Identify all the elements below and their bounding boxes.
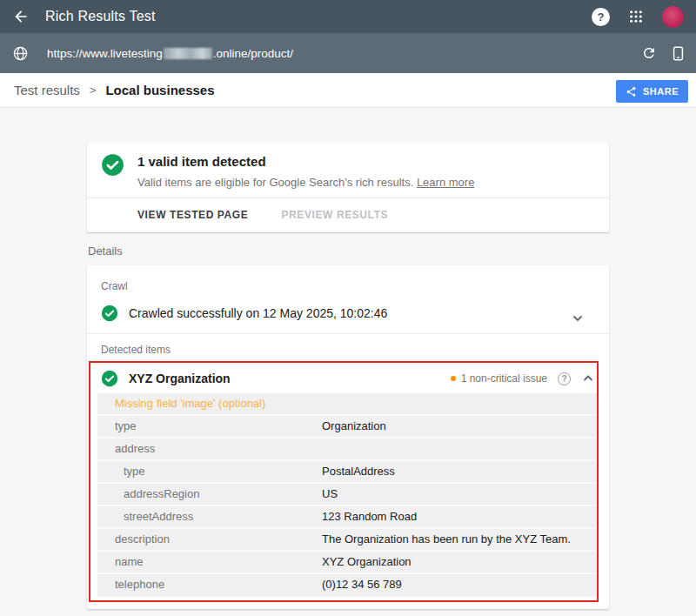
row-value: PostalAddress	[322, 461, 395, 482]
details-divider	[87, 333, 609, 334]
share-button[interactable]: SHARE	[616, 80, 688, 103]
crawl-status-row[interactable]: Crawled successfully on 12 May 2025, 10:…	[87, 298, 609, 328]
row-value: US	[322, 484, 338, 505]
table-row-streetAddress: streetAddress123 Random Road	[97, 506, 599, 529]
item-success-check-icon	[101, 370, 118, 391]
warning-row[interactable]: Missing field 'image' (optional)	[97, 393, 599, 416]
summary-title: 1 valid item detected	[137, 154, 266, 169]
summary-actions: VIEW TESTED PAGE PREVIEW RESULTS	[137, 198, 388, 232]
row-label: streetAddress	[124, 506, 193, 527]
row-label: name	[115, 552, 144, 572]
globe-icon	[12, 45, 29, 62]
help-icon: ?	[592, 8, 610, 26]
row-value: 123 Random Road	[322, 506, 417, 527]
url-prefix: https://www.livetesting	[47, 47, 163, 60]
tested-url: https://www.livetesting .online/product/	[47, 47, 293, 60]
avatar	[662, 6, 684, 28]
mobile-view-button[interactable]	[673, 45, 684, 62]
issue-badge: 1 non-critical issue	[461, 372, 547, 385]
help-button[interactable]: ?	[592, 8, 610, 26]
crawl-success-check-icon	[101, 305, 118, 325]
warning-message: Missing field 'image' (optional)	[115, 393, 265, 414]
chevron-up-icon[interactable]	[583, 375, 593, 382]
detected-item-name: XYZ Organization	[129, 372, 231, 385]
retest-button[interactable]	[641, 45, 657, 61]
table-row-description: descriptionThe Organization has been run…	[97, 529, 599, 552]
account-avatar[interactable]	[662, 6, 684, 28]
table-row-address: address	[97, 439, 599, 461]
crawl-section-label: Crawl	[101, 280, 128, 292]
share-icon	[626, 86, 637, 97]
chevron-down-icon[interactable]	[572, 310, 583, 325]
summary-card: 1 valid item detected Valid items are el…	[87, 142, 609, 232]
rich-results-test-app: Rich Results Test ?	[0, 0, 696, 616]
breadcrumb-test-results[interactable]: Test results	[14, 83, 80, 97]
row-label: type	[124, 461, 145, 482]
summary-subtitle-text: Valid items are eligible for Google Sear…	[137, 176, 417, 189]
table-row-name: nameXYZ Organization	[97, 552, 599, 574]
apps-grid-icon	[629, 10, 643, 23]
table-row-type: typePostalAddress	[97, 461, 599, 484]
row-label: addressRegion	[124, 484, 199, 505]
row-value: Organization	[322, 416, 386, 437]
breadcrumb-bar: Test results > Local businesses SHARE	[0, 73, 696, 108]
google-apps-button[interactable]	[629, 10, 643, 23]
app-title: Rich Results Test	[45, 9, 156, 24]
details-card: Crawl Crawled successfully on 12 May 202…	[87, 265, 609, 609]
help-outline-icon[interactable]: ?	[558, 372, 571, 385]
url-bar: https://www.livetesting .online/product/	[0, 33, 696, 73]
breadcrumb-separator: >	[90, 84, 97, 97]
smartphone-icon	[673, 45, 684, 62]
table-row-telephone: telephone(0)12 34 56 789	[97, 574, 599, 597]
detected-item-table: Missing field 'image' (optional) typeOrg…	[97, 393, 599, 597]
url-suffix: .online/product/	[213, 47, 293, 60]
back-button[interactable]	[12, 8, 30, 25]
row-label: description	[115, 529, 170, 550]
refresh-icon	[641, 45, 657, 61]
row-value: (0)12 34 56 789	[322, 574, 402, 595]
table-row-addressRegion: addressRegionUS	[97, 484, 599, 506]
preview-results-button[interactable]: PREVIEW RESULTS	[281, 209, 388, 221]
detected-item-table-rows: typeOrganizationaddresstypePostalAddress…	[97, 416, 599, 597]
app-bar: Rich Results Test ?	[0, 0, 696, 33]
share-button-label: SHARE	[643, 86, 679, 97]
learn-more-link[interactable]: Learn more	[417, 176, 474, 189]
success-check-icon	[101, 153, 124, 180]
detected-item-header[interactable]: XYZ Organization 1 non-critical issue ?	[87, 363, 609, 394]
detected-items-label: Detected items	[101, 344, 171, 356]
row-label: type	[115, 416, 137, 437]
table-row-type: typeOrganization	[97, 416, 599, 439]
row-label: address	[115, 439, 155, 459]
item-status-cluster: 1 non-critical issue ?	[451, 363, 593, 394]
view-tested-page-button[interactable]: VIEW TESTED PAGE	[137, 209, 248, 221]
summary-subtitle: Valid items are eligible for Google Sear…	[137, 176, 474, 189]
redacted-url-segment	[164, 48, 212, 59]
row-value: XYZ Organization	[322, 552, 412, 572]
breadcrumb: Test results > Local businesses	[14, 83, 215, 97]
warning-dot-icon	[451, 376, 456, 381]
row-label: telephone	[115, 574, 164, 595]
breadcrumb-current-page: Local businesses	[105, 83, 214, 97]
crawl-status-text: Crawled successfully on 12 May 2025, 10:…	[129, 306, 387, 320]
row-value: The Organization has been run by the XYZ…	[322, 529, 571, 550]
details-section-label: Details	[88, 244, 123, 258]
arrow-back-icon	[12, 8, 30, 25]
